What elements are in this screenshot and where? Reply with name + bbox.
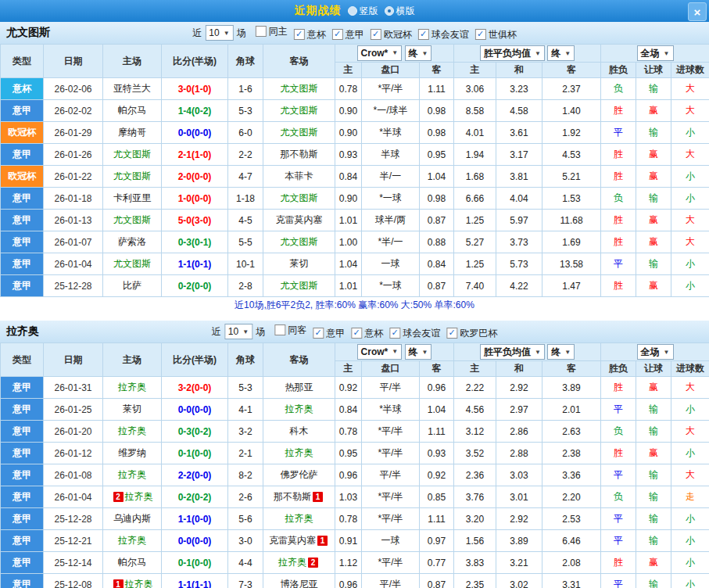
eu-draw-odds-cell: 5.73 bbox=[496, 253, 542, 275]
odds-time-select[interactable]: 终▼ bbox=[547, 45, 575, 61]
result-wdl-cell: 胜 bbox=[601, 100, 636, 122]
result-handicap-cell: 赢 bbox=[636, 377, 671, 399]
odds-time-select[interactable]: 终▼ bbox=[405, 344, 432, 360]
score-cell: 0-0(0-0) bbox=[162, 530, 228, 552]
filter-checkbox-球会友谊[interactable]: ✓球会友谊 bbox=[418, 28, 469, 41]
eu-away-odds-cell: 2.63 bbox=[542, 421, 601, 443]
filter-checkbox-同客[interactable]: 同客 bbox=[274, 324, 306, 337]
handicap-line-cell: *平/半 bbox=[362, 552, 420, 574]
date-cell: 26-01-12 bbox=[44, 443, 103, 464]
odds-provider-select[interactable]: Crow*▼ bbox=[357, 344, 403, 360]
filter-checkbox-欧冠杯[interactable]: ✓欧冠杯 bbox=[371, 28, 412, 41]
eu-away-odds-cell: 1.69 bbox=[542, 231, 601, 253]
col-type: 类型 bbox=[1, 343, 44, 377]
full-match-select[interactable]: 全场▼ bbox=[637, 344, 674, 360]
handicap-group-header: Crow*▼ 终▼ bbox=[335, 45, 454, 63]
team-label: 莱切 bbox=[123, 403, 141, 414]
score-cell: 0-3(0-2) bbox=[162, 421, 228, 443]
eu-home-odds-cell: 1.94 bbox=[454, 144, 496, 166]
radio-vertical-layout[interactable]: 竖版 bbox=[348, 5, 378, 18]
team-label: 尤文图斯 bbox=[113, 149, 151, 160]
filter-checkbox-意甲[interactable]: ✓意甲 bbox=[313, 327, 345, 340]
eu-away-odds-cell: 11.68 bbox=[542, 210, 601, 231]
date-cell: 26-01-25 bbox=[44, 399, 103, 421]
col-away: 客场 bbox=[263, 45, 335, 78]
team-label: 拉齐奥 bbox=[125, 491, 153, 502]
result-goals-cell: 小 bbox=[671, 275, 709, 297]
match-row: 意甲26-01-20拉齐奥0-3(0-2)3-2科木0.78*平/半1.113.… bbox=[1, 421, 709, 443]
ah-away-odds-cell: 0.97 bbox=[420, 530, 454, 552]
filter-label: 球会友谊 bbox=[431, 28, 469, 41]
team-label: 尤文图斯 bbox=[281, 83, 318, 94]
full-match-select[interactable]: 全场▼ bbox=[637, 45, 674, 61]
away-team-cell: 拉齐奥 bbox=[263, 399, 335, 421]
result-goals-cell: 小 bbox=[671, 166, 709, 188]
filter-checkbox-意甲[interactable]: ✓意甲 bbox=[332, 28, 364, 41]
ah-home-odds-cell: 0.90 bbox=[335, 122, 362, 144]
score-cell: 0-2(0-2) bbox=[162, 486, 228, 508]
odds-average-select[interactable]: 胜平负均值▼ bbox=[480, 45, 545, 61]
filter-checkbox-球会友谊[interactable]: ✓球会友谊 bbox=[389, 327, 440, 340]
match-row: 意甲25-12-28比萨0-2(0-0)2-8尤文图斯1.01*一球0.877.… bbox=[1, 275, 709, 297]
odds-average-select[interactable]: 胜平负均值▼ bbox=[480, 344, 545, 360]
ah-home-odds-cell: 0.78 bbox=[335, 421, 362, 443]
recent-count-select[interactable]: 10 ▼ bbox=[205, 25, 233, 41]
chevron-down-icon: ▼ bbox=[422, 50, 428, 57]
eu-home-odds-cell: 7.40 bbox=[454, 275, 496, 297]
col-ah-home: 主 bbox=[335, 361, 362, 377]
away-team-cell: 科木 bbox=[263, 421, 335, 443]
corner-cell: 4-5 bbox=[228, 210, 263, 231]
date-cell: 26-01-13 bbox=[44, 210, 103, 231]
odds-provider-select[interactable]: Crow*▼ bbox=[357, 45, 403, 61]
col-corner: 角球 bbox=[228, 45, 263, 78]
chevron-down-icon: ▼ bbox=[535, 349, 541, 356]
odds-time-select[interactable]: 终▼ bbox=[547, 344, 575, 360]
ah-away-odds-cell: 0.98 bbox=[420, 188, 454, 210]
result-goals-cell: 大 bbox=[671, 78, 709, 100]
team-label: 亚特兰大 bbox=[113, 83, 151, 94]
type-cell: 意甲 bbox=[1, 231, 44, 253]
eu-home-odds-cell: 2.36 bbox=[454, 464, 496, 486]
recent-count-select[interactable]: 10 ▼ bbox=[224, 324, 252, 339]
type-cell: 意甲 bbox=[1, 275, 44, 297]
filter-checkbox-同主[interactable]: 同主 bbox=[256, 25, 288, 38]
corner-cell: 2-2 bbox=[228, 144, 263, 166]
eu-draw-odds-cell: 2.92 bbox=[496, 377, 542, 399]
result-handicap-cell: 赢 bbox=[636, 443, 671, 464]
close-icon[interactable]: × bbox=[688, 2, 707, 21]
radio-selected-icon bbox=[385, 6, 394, 16]
filter-checkbox-欧罗巴杯[interactable]: ✓欧罗巴杯 bbox=[446, 327, 497, 340]
result-handicap-cell: 输 bbox=[636, 421, 671, 443]
team-label: 卡利亚里 bbox=[113, 192, 151, 203]
filter-checkbox-意杯[interactable]: ✓意杯 bbox=[294, 28, 326, 41]
eu-home-odds-cell: 3.20 bbox=[454, 508, 496, 530]
ah-home-odds-cell: 1.03 bbox=[335, 486, 362, 508]
red-card-badge: 2 bbox=[308, 558, 318, 568]
corner-cell: 4-4 bbox=[228, 552, 263, 574]
filter-checkbox-世俱杯[interactable]: ✓世俱杯 bbox=[475, 28, 517, 41]
team-label: 克雷莫内塞 bbox=[269, 535, 316, 546]
eu-home-odds-cell: 1.56 bbox=[454, 530, 496, 552]
filter-checkbox-意杯[interactable]: ✓意杯 bbox=[351, 327, 383, 340]
corner-cell: 2-1 bbox=[228, 443, 263, 464]
eu-home-odds-cell: 8.58 bbox=[454, 100, 496, 122]
ah-home-odds-cell: 0.84 bbox=[335, 166, 362, 188]
eu-draw-odds-cell: 3.23 bbox=[496, 78, 542, 100]
match-row: 意甲26-02-02帕尔马1-4(0-2)5-3尤文图斯0.90*一/球半0.9… bbox=[1, 100, 709, 122]
match-row: 意甲26-01-31拉齐奥3-2(0-0)5-3热那亚0.92平/半0.962.… bbox=[1, 377, 709, 399]
away-team-cell: 尤文图斯 bbox=[263, 78, 335, 100]
ah-away-odds-cell: 0.84 bbox=[420, 253, 454, 275]
odds-time-select[interactable]: 终▼ bbox=[405, 45, 432, 61]
result-handicap-cell: 输 bbox=[636, 188, 671, 210]
chevron-down-icon: ▼ bbox=[224, 30, 230, 37]
result-handicap-cell: 输 bbox=[636, 253, 671, 275]
eu-away-odds-cell: 1.92 bbox=[542, 122, 601, 144]
team-label: 拉齐奥 bbox=[285, 447, 313, 458]
score-cell: 0-3(0-1) bbox=[162, 231, 228, 253]
date-cell: 25-12-28 bbox=[44, 275, 103, 297]
radio-horizontal-layout[interactable]: 横版 bbox=[385, 5, 415, 18]
competition-filters: 同客✓意甲✓意杯✓球会友谊✓欧罗巴杯 bbox=[268, 324, 497, 340]
ah-away-odds-cell: 1.04 bbox=[420, 399, 454, 421]
page-title: 近期战绩 bbox=[295, 4, 342, 18]
corner-cell: 8-2 bbox=[228, 464, 263, 486]
